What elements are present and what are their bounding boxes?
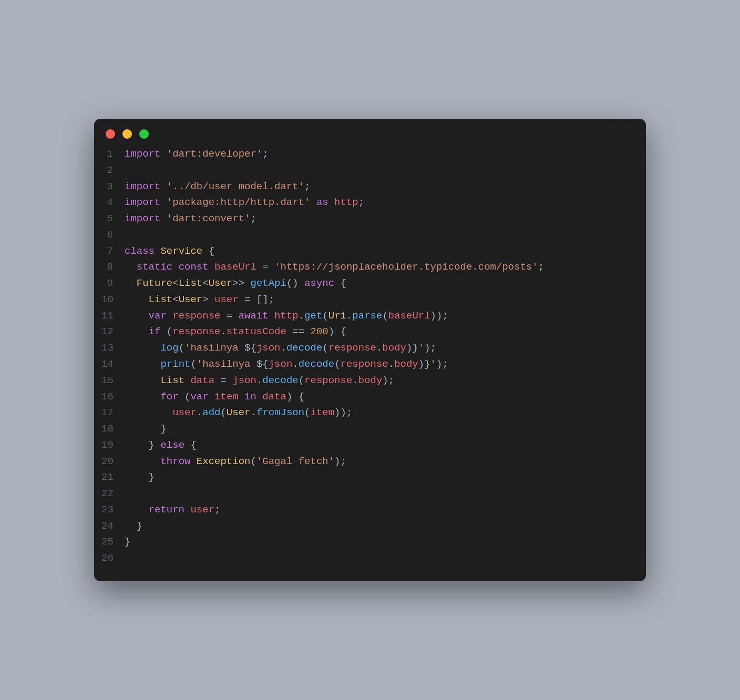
line-number: 17	[101, 405, 125, 421]
code-content[interactable]: throw Exception('Gagal fetch');	[125, 454, 634, 470]
code-content[interactable]: import 'package:http/http.dart' as http;	[125, 194, 634, 211]
code-content[interactable]: static const baseUrl = 'https://jsonplac…	[125, 259, 634, 275]
code-content[interactable]: }	[125, 518, 634, 534]
code-content[interactable]: class Service {	[125, 243, 634, 260]
token-pun: .	[250, 407, 256, 418]
token-pun: [];	[250, 294, 274, 305]
code-line[interactable]: 5import 'dart:convert';	[101, 211, 634, 227]
code-line[interactable]: 14 print('hasilnya ${json.decode(respons…	[101, 356, 634, 373]
code-content[interactable]: import 'dart:developer';	[125, 146, 634, 162]
token-id: user	[190, 504, 214, 516]
token-pun: );	[334, 456, 346, 467]
code-content[interactable]: }	[125, 421, 634, 437]
close-icon[interactable]	[106, 129, 115, 139]
code-content[interactable]: import '../db/user_model.dart';	[125, 179, 634, 195]
code-editor[interactable]: 1import 'dart:developer';2 3import '../d…	[94, 143, 646, 567]
token-str: 'dart:developer'	[167, 148, 262, 160]
token-str: '	[430, 358, 436, 370]
token-pun: ;	[214, 504, 220, 516]
code-line[interactable]: 24 }	[101, 518, 634, 534]
code-line[interactable]: 25}	[101, 534, 634, 550]
code-line[interactable]: 4import 'package:http/http.dart' as http…	[101, 194, 634, 211]
code-content[interactable]: var response = await http.get(Uri.parse(…	[125, 308, 634, 324]
code-line[interactable]: 19 } else {	[101, 437, 634, 454]
code-content[interactable]: print('hasilnya ${json.decode(response.b…	[125, 356, 634, 373]
token-pun	[310, 197, 316, 208]
token-pun	[125, 456, 160, 467]
line-number: 7	[101, 243, 125, 260]
code-line[interactable]: 26	[101, 550, 634, 567]
code-content[interactable]: log('hasilnya ${json.decode(response.bod…	[125, 340, 634, 356]
token-pun	[155, 245, 160, 257]
code-line[interactable]: 13 log('hasilnya ${json.decode(response.…	[101, 340, 634, 356]
token-typ: User	[227, 407, 251, 418]
code-content[interactable]	[125, 550, 634, 567]
token-pun: }	[125, 536, 130, 548]
code-line[interactable]: 6	[101, 227, 634, 243]
token-op: ==	[292, 326, 304, 337]
token-pun	[160, 213, 166, 224]
token-id: response	[172, 310, 220, 322]
code-line[interactable]: 22	[101, 486, 634, 502]
token-id: response	[328, 342, 376, 354]
code-content[interactable]: user.add(User.fromJson(item));	[125, 405, 634, 421]
code-content[interactable]	[125, 486, 634, 502]
token-pun: (	[179, 342, 184, 354]
token-pun: (	[382, 310, 388, 322]
token-pun: )}	[406, 342, 418, 354]
code-content[interactable]: }	[125, 534, 634, 550]
code-line[interactable]: 10 List<User> user = [];	[101, 292, 634, 308]
code-line[interactable]: 16 for (var item in data) {	[101, 389, 634, 405]
token-fn: print	[160, 358, 190, 370]
code-line[interactable]: 17 user.add(User.fromJson(item));	[101, 405, 634, 421]
code-content[interactable]: for (var item in data) {	[125, 389, 634, 405]
token-pun: .	[352, 375, 358, 386]
code-line[interactable]: 1import 'dart:developer';	[101, 146, 634, 162]
token-pun: );	[382, 375, 394, 386]
code-content[interactable]	[125, 162, 634, 179]
code-content[interactable]: }	[125, 469, 634, 486]
code-line[interactable]: 18 }	[101, 421, 634, 437]
token-pun	[220, 310, 226, 322]
code-content[interactable]: List data = json.decode(response.body);	[125, 373, 634, 389]
code-content[interactable]	[125, 227, 634, 243]
code-line[interactable]: 7class Service {	[101, 243, 634, 260]
code-line[interactable]: 8 static const baseUrl = 'https://jsonpl…	[101, 259, 634, 275]
token-pun	[269, 261, 274, 273]
token-pun	[125, 504, 149, 516]
token-pun: ) {	[328, 326, 346, 337]
token-pun: .	[346, 310, 352, 322]
code-line[interactable]: 15 List data = json.decode(response.body…	[101, 373, 634, 389]
token-pun: ;	[358, 197, 364, 208]
code-line[interactable]: 20 throw Exception('Gagal fetch');	[101, 454, 634, 470]
token-pun	[125, 391, 160, 403]
code-line[interactable]: 21 }	[101, 469, 634, 486]
code-line[interactable]: 3import '../db/user_model.dart';	[101, 179, 634, 195]
token-pun: ));	[430, 310, 448, 322]
token-pun: }	[125, 471, 155, 483]
token-id: json	[232, 375, 256, 386]
code-line[interactable]: 12 if (response.statusCode == 200) {	[101, 324, 634, 340]
code-content[interactable]: import 'dart:convert';	[125, 211, 634, 227]
line-number: 16	[101, 389, 125, 405]
zoom-icon[interactable]	[139, 129, 149, 139]
token-pun: ;	[538, 261, 544, 273]
minimize-icon[interactable]	[122, 129, 132, 139]
code-line[interactable]: 9 Future<List<User>> getApi() async {	[101, 275, 634, 292]
token-typ: Service	[160, 245, 202, 257]
code-line[interactable]: 2	[101, 162, 634, 179]
token-id: item	[311, 407, 335, 418]
line-number: 20	[101, 454, 125, 470]
token-fn: decode	[262, 375, 298, 386]
code-content[interactable]: Future<List<User>> getApi() async {	[125, 275, 634, 292]
line-number: 23	[101, 502, 125, 518]
code-content[interactable]: if (response.statusCode == 200) {	[125, 324, 634, 340]
code-content[interactable]: List<User> user = [];	[125, 292, 634, 308]
code-line[interactable]: 11 var response = await http.get(Uri.par…	[101, 308, 634, 324]
line-number: 8	[101, 259, 125, 275]
code-content[interactable]: } else {	[125, 437, 634, 454]
code-line[interactable]: 23 return user;	[101, 502, 634, 518]
token-pun: {	[184, 439, 197, 451]
code-content[interactable]: return user;	[125, 502, 634, 518]
token-pun: .	[281, 342, 286, 354]
